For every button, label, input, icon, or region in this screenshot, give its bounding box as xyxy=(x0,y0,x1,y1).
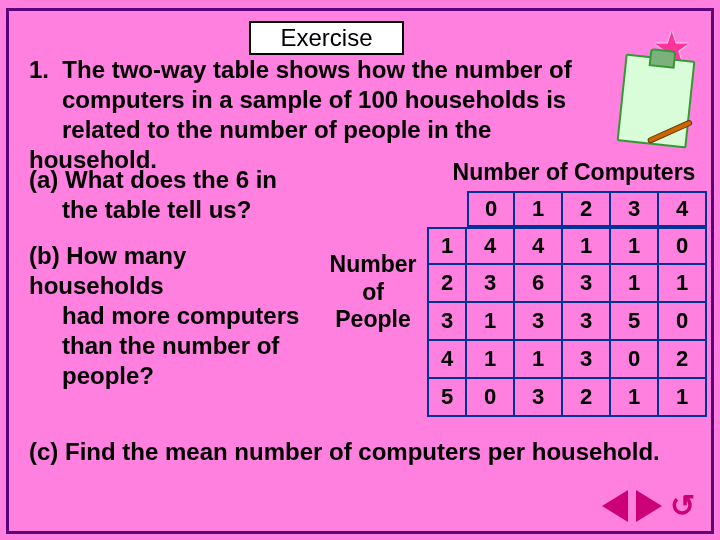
table-cell: 4 xyxy=(467,227,515,265)
nav-controls: ↺ xyxy=(602,488,695,523)
col-header: 1 xyxy=(515,191,563,227)
slide-frame: Exercise ★ 1. The two-way table shows ho… xyxy=(6,8,714,534)
part-a-label: (a) xyxy=(29,166,58,193)
question-number: 1. xyxy=(29,56,49,83)
row-header: 3 xyxy=(427,303,467,341)
table-cell: 3 xyxy=(563,265,611,303)
row-header: 2 xyxy=(427,265,467,303)
table-cell: 1 xyxy=(659,379,707,417)
question-1b: (b) How many households had more compute… xyxy=(29,241,319,391)
exercise-title-box: Exercise xyxy=(249,21,404,55)
part-c-label: (c) xyxy=(29,438,58,465)
table-cell: 2 xyxy=(563,379,611,417)
table-cell: 1 xyxy=(563,227,611,265)
table-cell: 3 xyxy=(515,303,563,341)
table-row-headers: 1 2 3 4 5 xyxy=(427,227,467,417)
table-cell: 0 xyxy=(659,303,707,341)
table-data-grid: 4 4 1 1 0 3 6 3 1 1 1 3 3 5 0 1 1 3 0 2 … xyxy=(467,227,707,417)
part-b-text-3: than the number of xyxy=(62,332,279,359)
table-cell: 1 xyxy=(611,265,659,303)
col-header: 0 xyxy=(467,191,515,227)
part-b-text-4: people? xyxy=(62,362,154,389)
prompt-line-1: The two-way table shows how the number o… xyxy=(62,56,571,83)
question-1-prompt: 1. The two-way table shows how the numbe… xyxy=(29,55,591,175)
table-cell: 1 xyxy=(467,303,515,341)
col-header: 3 xyxy=(611,191,659,227)
row-header: 5 xyxy=(427,379,467,417)
col-header: 2 xyxy=(563,191,611,227)
table-cell: 4 xyxy=(515,227,563,265)
row-header: 1 xyxy=(427,227,467,265)
table-row-title: Number of People xyxy=(319,251,427,334)
part-a-text-2: the table tell us? xyxy=(62,196,251,223)
table-cell: 1 xyxy=(467,341,515,379)
table-cell: 1 xyxy=(515,341,563,379)
col-header: 4 xyxy=(659,191,707,227)
part-b-text-2: had more computers xyxy=(62,302,299,329)
row-header: 4 xyxy=(427,341,467,379)
table-cell: 0 xyxy=(611,341,659,379)
table-cell: 2 xyxy=(659,341,707,379)
exercise-title: Exercise xyxy=(280,24,372,52)
table-cell: 0 xyxy=(659,227,707,265)
next-button[interactable] xyxy=(636,490,662,522)
table-cell: 3 xyxy=(515,379,563,417)
part-a-text-1: What does the 6 in xyxy=(65,166,277,193)
undo-button[interactable]: ↺ xyxy=(670,488,695,523)
table-cell: 0 xyxy=(467,379,515,417)
part-c-text: Find the mean number of computers per ho… xyxy=(65,438,660,465)
table-column-headers: 0 1 2 3 4 xyxy=(467,191,707,227)
pencil-icon xyxy=(647,119,693,144)
table-cell: 5 xyxy=(611,303,659,341)
table-cell: 1 xyxy=(611,227,659,265)
prompt-line-2: computers in a sample of 100 households … xyxy=(62,86,566,113)
clipboard-icon xyxy=(617,54,696,149)
table-cell: 3 xyxy=(563,341,611,379)
table-cell: 3 xyxy=(563,303,611,341)
question-1a: (a) What does the 6 in the table tell us… xyxy=(29,165,319,225)
part-b-label: (b) xyxy=(29,242,60,269)
table-cell: 6 xyxy=(515,265,563,303)
prev-button[interactable] xyxy=(602,490,628,522)
table-cell: 3 xyxy=(467,265,515,303)
table-col-title: Number of Computers xyxy=(439,159,709,186)
table-cell: 1 xyxy=(611,379,659,417)
table-cell: 1 xyxy=(659,265,707,303)
question-1c: (c) Find the mean number of computers pe… xyxy=(29,437,691,467)
